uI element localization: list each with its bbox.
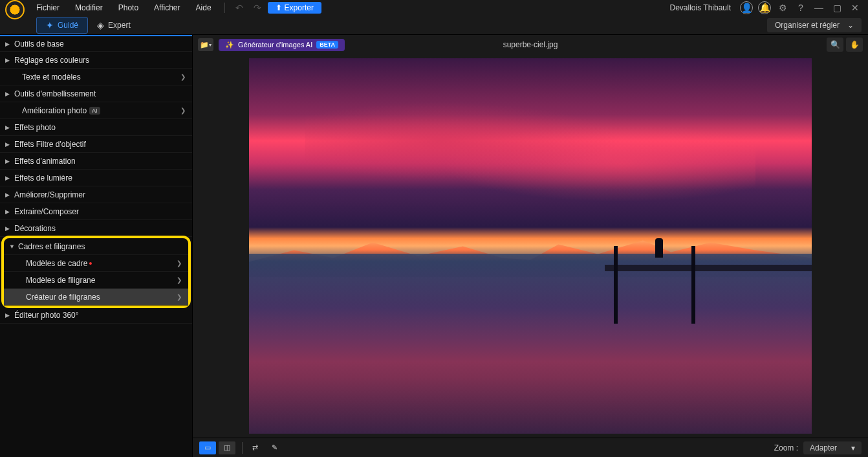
sidebar-label: Modèles de cadre — [26, 259, 87, 268]
bottombar: ▭ ◫ ⇄ ✎ Zoom : Adapter ▾ — [193, 438, 868, 457]
image-preview — [249, 58, 812, 434]
export-button[interactable]: ⬆ Exporter — [268, 2, 321, 14]
sidebar-label: Décorations — [14, 224, 56, 233]
close-icon[interactable]: ✕ — [849, 1, 862, 14]
sidebar-label: Modèles de filigrane — [26, 276, 95, 285]
separator — [224, 3, 225, 13]
mode-guide[interactable]: ✦ Guidé — [36, 17, 88, 34]
sidebar-label: Amélioration photo — [22, 106, 87, 115]
sidebar-item-frames[interactable]: ▼Cadres et filigranes — [4, 238, 188, 255]
sidebar-item-light[interactable]: ▶Effets de lumière — [0, 170, 192, 186]
sidebar-label: Cadres et filigranes — [18, 242, 85, 251]
menu-help[interactable]: Aide — [190, 3, 218, 12]
mode-guide-label: Guidé — [58, 21, 78, 30]
arrow-icon: ▶ — [5, 124, 10, 131]
arrow-down-icon: ▼ — [9, 243, 15, 250]
settings-icon[interactable]: ⚙ — [776, 1, 789, 14]
highlight-box: ▼Cadres et filigranes Modèles de cadre•❯… — [1, 236, 191, 308]
sidebar-item-color[interactable]: ▶Réglage des couleurs — [0, 52, 192, 69]
sidebar-label: Réglage des couleurs — [14, 56, 89, 65]
sidebar-label: Éditeur photo 360° — [14, 311, 79, 320]
zoom-tool-icon[interactable]: 🔍 — [827, 38, 843, 52]
edit-icon[interactable]: ✎ — [266, 441, 283, 454]
workspace: 📁▾ ✨ Générateur d'images AI BETA superbe… — [193, 35, 868, 457]
arrow-icon: ▶ — [5, 175, 10, 181]
mode-expert[interactable]: ◈ Expert — [88, 17, 140, 33]
sidebar-item-enhance[interactable]: Amélioration photoAI❯ — [0, 102, 192, 119]
view-split-icon[interactable]: ◫ — [219, 441, 235, 454]
view-single-icon[interactable]: ▭ — [199, 441, 216, 454]
organize-dropdown[interactable]: Organiser et régler ⌄ — [767, 18, 862, 32]
minimize-icon[interactable]: — — [812, 1, 825, 14]
arrow-icon: ▶ — [5, 41, 10, 47]
sparkle-icon: ✨ — [225, 41, 234, 49]
zoom-value: Adapter — [810, 443, 837, 452]
sidebar-item-animation[interactable]: ▶Effets d'animation — [0, 153, 192, 170]
sidebar-item-beautify[interactable]: ▶Outils d'embellissement — [0, 85, 192, 102]
mode-expert-label: Expert — [108, 21, 131, 30]
sidebar-item-360[interactable]: ▶Éditeur photo 360° — [0, 307, 192, 324]
arrow-icon: ▶ — [5, 312, 10, 318]
export-label: Exporter — [285, 3, 314, 12]
sidebar-label: Améliorer/Supprimer — [14, 190, 85, 199]
maximize-icon[interactable]: ▢ — [830, 1, 843, 14]
layers-icon: ◈ — [97, 20, 104, 30]
zoom-select[interactable]: Adapter ▾ — [803, 441, 862, 454]
arrow-icon: ▶ — [5, 57, 10, 63]
app-logo[interactable] — [5, 0, 25, 19]
folder-button[interactable]: 📁▾ — [198, 38, 213, 51]
arrow-icon: ▶ — [5, 141, 10, 148]
sidebar-label: Effets photo — [14, 123, 56, 132]
redo-icon[interactable]: ↷ — [250, 3, 265, 13]
sidebar-label: Outils d'embellissement — [14, 89, 96, 98]
sidebar-label: Effets d'animation — [14, 157, 76, 166]
arrow-icon: ▶ — [5, 208, 10, 215]
sidebar-item-decorations[interactable]: ▶Décorations — [0, 220, 192, 237]
separator — [242, 442, 243, 454]
chevron-right-icon: ❯ — [180, 107, 186, 114]
generator-label: Générateur d'images AI — [238, 41, 312, 49]
ai-generator-button[interactable]: ✨ Générateur d'images AI BETA — [219, 39, 345, 51]
ai-badge: AI — [89, 107, 100, 115]
zoom-label: Zoom : — [774, 443, 798, 452]
organize-label: Organiser et régler — [775, 21, 840, 30]
pan-tool-icon[interactable]: ✋ — [846, 38, 863, 52]
filename: superbe-ciel.jpg — [503, 40, 558, 49]
chevron-right-icon: ❯ — [177, 260, 182, 267]
help-icon[interactable]: ? — [794, 1, 807, 14]
sidebar-item-extract[interactable]: ▶Extraire/Composer — [0, 203, 192, 220]
notification-icon[interactable]: 🔔 — [758, 1, 771, 14]
sidebar-label: Texte et modèles — [22, 72, 81, 82]
sidebar-label: Créateur de filigranes — [26, 293, 100, 302]
canvas-area[interactable] — [193, 54, 868, 438]
sidebar-sub-frame-models[interactable]: Modèles de cadre•❯ — [4, 255, 188, 272]
sidebar-item-lens-effects[interactable]: ▶Effets Filtre d'objectif — [0, 136, 192, 153]
beta-badge: BETA — [316, 41, 338, 49]
chevron-right-icon: ❯ — [180, 73, 186, 80]
menu-edit[interactable]: Modifier — [69, 3, 109, 12]
menu-view[interactable]: Afficher — [147, 3, 186, 12]
mode-bar: ✦ Guidé ◈ Expert Organiser et régler ⌄ — [0, 16, 868, 35]
export-icon: ⬆ — [276, 3, 282, 12]
sidebar-item-photo-effects[interactable]: ▶Effets photo — [0, 119, 192, 136]
sidebar-label: Effets Filtre d'objectif — [14, 140, 86, 149]
menu-photo[interactable]: Photo — [112, 3, 145, 12]
menu-file[interactable]: Fichier — [30, 3, 66, 12]
sidebar-sub-watermark-models[interactable]: Modèles de filigrane❯ — [4, 272, 188, 289]
arrow-icon: ▶ — [5, 192, 10, 198]
sidebar-item-improve[interactable]: ▶Améliorer/Supprimer — [0, 186, 192, 203]
sidebar-label: Effets de lumière — [14, 173, 72, 183]
menubar: Fichier Modifier Photo Afficher Aide ↶ ↷… — [0, 0, 868, 16]
chevron-right-icon: ❯ — [177, 276, 182, 284]
workspace-topbar: 📁▾ ✨ Générateur d'images AI BETA superbe… — [193, 35, 868, 54]
chevron-down-icon: ⌄ — [847, 21, 854, 30]
chevron-right-icon: ❯ — [177, 293, 182, 300]
user-name: Devallois Thibault — [670, 3, 732, 12]
user-icon[interactable]: 👤 — [740, 1, 753, 14]
undo-icon[interactable]: ↶ — [232, 3, 247, 13]
sidebar-item-text[interactable]: Texte et modèles❯ — [0, 69, 192, 85]
flip-icon[interactable]: ⇄ — [246, 441, 263, 454]
arrow-icon: ▶ — [5, 225, 10, 232]
sidebar-sub-watermark-creator[interactable]: Créateur de filigranes❯ — [4, 289, 188, 306]
sidebar-item-basic-tools[interactable]: ▶Outils de base — [0, 35, 192, 52]
